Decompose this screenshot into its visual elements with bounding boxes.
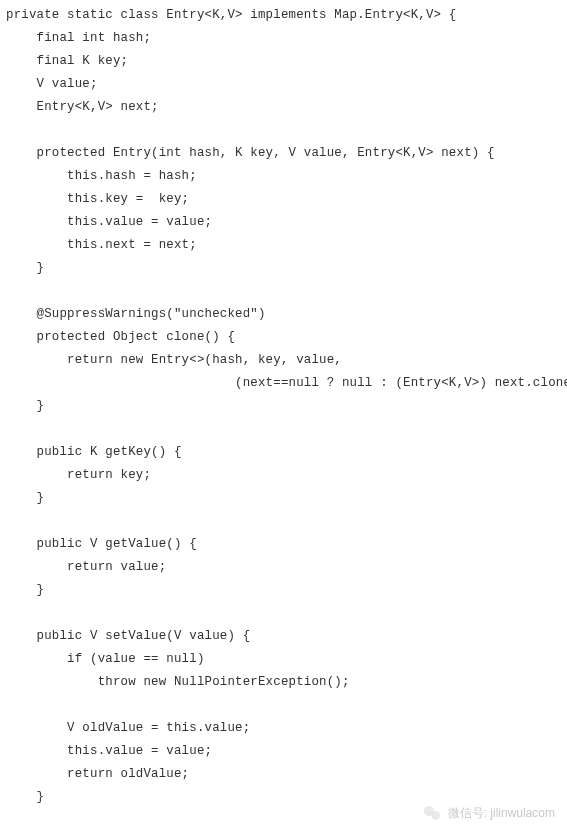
code-line: this.key = key;	[6, 188, 561, 211]
code-line: @SuppressWarnings("unchecked")	[6, 303, 561, 326]
code-line: public K getKey() {	[6, 441, 561, 464]
code-line: return value;	[6, 556, 561, 579]
wechat-icon	[422, 803, 442, 823]
code-line: return oldValue;	[6, 763, 561, 786]
code-line: this.value = value;	[6, 740, 561, 763]
code-line	[6, 418, 561, 441]
code-line: return new Entry<>(hash, key, value,	[6, 349, 561, 372]
svg-point-2	[426, 809, 428, 811]
code-line: final int hash;	[6, 27, 561, 50]
code-line: }	[6, 579, 561, 602]
code-line	[6, 119, 561, 142]
code-line	[6, 280, 561, 303]
code-line: }	[6, 487, 561, 510]
code-block: private static class Entry<K,V> implemen…	[0, 0, 567, 813]
code-line: V oldValue = this.value;	[6, 717, 561, 740]
code-line: return key;	[6, 464, 561, 487]
code-line: Entry<K,V> next;	[6, 96, 561, 119]
code-line: throw new NullPointerException();	[6, 671, 561, 694]
code-line: V value;	[6, 73, 561, 96]
code-line: this.value = value;	[6, 211, 561, 234]
code-line: this.hash = hash;	[6, 165, 561, 188]
code-line: final K key;	[6, 50, 561, 73]
code-line: (next==null ? null : (Entry<K,V>) next.c…	[6, 372, 561, 395]
code-line	[6, 510, 561, 533]
svg-point-5	[436, 814, 437, 815]
svg-point-1	[431, 811, 439, 819]
code-line	[6, 602, 561, 625]
code-line: this.next = next;	[6, 234, 561, 257]
code-line: protected Entry(int hash, K key, V value…	[6, 142, 561, 165]
watermark: 微信号: jilinwulacom	[422, 803, 555, 823]
code-line: protected Object clone() {	[6, 326, 561, 349]
code-line: }	[6, 257, 561, 280]
code-line: public V setValue(V value) {	[6, 625, 561, 648]
watermark-text: 微信号: jilinwulacom	[448, 805, 555, 822]
code-line: public V getValue() {	[6, 533, 561, 556]
svg-point-3	[430, 809, 432, 811]
code-line	[6, 694, 561, 717]
svg-point-4	[434, 814, 435, 815]
code-line: if (value == null)	[6, 648, 561, 671]
code-line: private static class Entry<K,V> implemen…	[6, 4, 561, 27]
code-line: }	[6, 395, 561, 418]
